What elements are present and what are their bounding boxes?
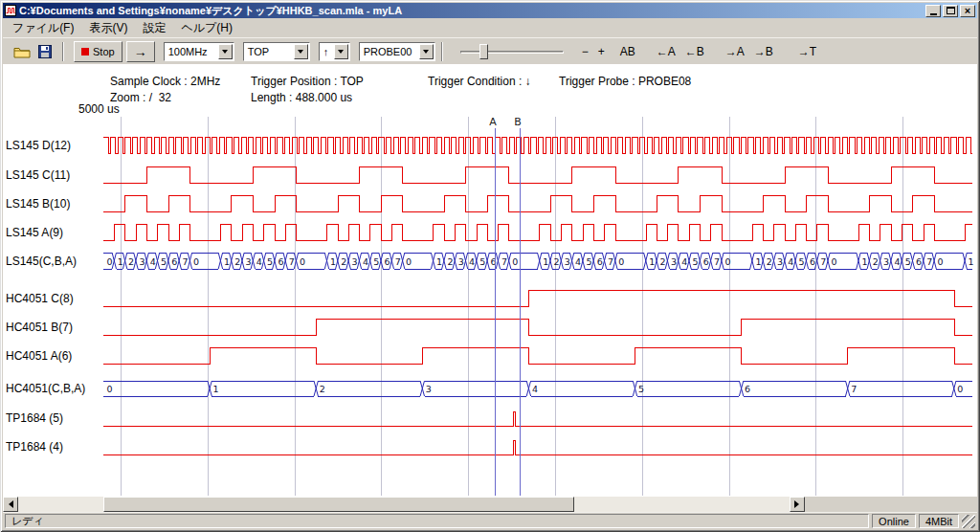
trigger-position-info: Trigger Position : TOP [251, 75, 364, 88]
menu-view[interactable]: 表示(V) [81, 18, 135, 38]
trigger-probe-info: Trigger Probe : PROBE08 [559, 75, 691, 88]
channel-label: LS145 B(10) [6, 196, 70, 211]
trigger-position-combobox[interactable]: TOP [243, 42, 310, 61]
horizontal-scrollbar[interactable] [3, 497, 805, 512]
status-memory: 4MBit [919, 514, 959, 528]
status-bar: レディ Online 4MBit [3, 512, 977, 529]
resize-grip-icon[interactable] [962, 515, 975, 528]
menu-help[interactable]: ヘルプ(H) [173, 18, 240, 38]
stop-icon [81, 48, 89, 55]
zoom-in-button[interactable]: + [593, 41, 610, 62]
scroll-right-button[interactable] [790, 497, 805, 512]
floppy-icon [38, 45, 52, 58]
triangle-down [423, 50, 429, 56]
minimize-icon [930, 13, 937, 15]
ab-cursor-button[interactable]: AB [615, 41, 640, 62]
trigger-probe-value: PROBE00 [360, 46, 419, 57]
close-icon: × [965, 6, 970, 15]
channel-label: HC4051 A(6) [6, 348, 72, 364]
run-button[interactable]: → [126, 41, 155, 62]
triangle-down [298, 50, 303, 56]
channel-label: LS145 A(9) [6, 225, 63, 240]
channel-label: LS145 C(11) [6, 167, 70, 183]
goto-cursor-b-right-button[interactable]: →B [749, 41, 778, 62]
goto-cursor-b-left-button[interactable]: ←B [680, 41, 709, 62]
trigger-edge-combobox[interactable]: ↑ [319, 42, 350, 61]
stop-button-label: Stop [93, 46, 115, 57]
toolbar-separator [441, 42, 443, 61]
time-division-label: 5000 us [78, 102, 120, 116]
triangle-right [794, 500, 803, 508]
channel-label: TP1684 (5) [6, 410, 63, 426]
triangle-left [5, 500, 13, 508]
triangle-down [338, 50, 344, 56]
goto-trigger-button[interactable]: →T [793, 41, 821, 62]
chevron-down-icon[interactable] [218, 44, 233, 59]
close-button[interactable]: × [960, 5, 975, 17]
title-bar[interactable]: C:¥Documents and Settings¥noname¥デスクトップ¥… [3, 3, 977, 18]
goto-cursor-a-right-button[interactable]: →A [721, 41, 749, 62]
status-online: Online [872, 514, 916, 528]
menu-settings[interactable]: 設定 [135, 18, 173, 38]
waveform-panel [3, 64, 977, 497]
window-title: C:¥Documents and Settings¥noname¥デスクトップ¥… [19, 4, 924, 18]
toolbar: Stop → 100MHz TOP ↑ PROBE00 − + AB ←A [3, 37, 977, 64]
scroll-left-button[interactable] [3, 497, 18, 512]
chevron-down-icon[interactable] [419, 44, 434, 59]
channel-label: HC4051(C,B,A) [6, 381, 85, 396]
maximize-button[interactable] [943, 5, 958, 17]
length-info: Length : 488.000 us [251, 91, 352, 104]
channel-label: HC4051 B(7) [6, 320, 73, 335]
app-icon [5, 5, 16, 16]
chevron-down-icon[interactable] [294, 44, 308, 59]
sample-clock-info: Sample Clock : 2MHz [110, 75, 220, 88]
trigger-probe-combobox[interactable]: PROBE00 [359, 42, 435, 61]
channel-label: TP1684 (4) [6, 439, 63, 454]
open-button[interactable] [11, 41, 33, 62]
channel-label: LS145(C,B,A) [6, 254, 77, 269]
zoom-slider-thumb[interactable] [479, 44, 488, 59]
run-arrow-icon: → [134, 44, 147, 59]
maximize-icon [947, 7, 955, 14]
open-folder-icon [13, 45, 31, 58]
zoom-slider[interactable] [458, 41, 566, 62]
save-button[interactable] [33, 41, 56, 62]
zoom-slider-track[interactable] [460, 51, 564, 54]
channel-label: HC4051 C(8) [6, 291, 74, 306]
goto-cursor-a-left-button[interactable]: ←A [652, 41, 680, 62]
trigger-edge-value: ↑ [320, 46, 334, 57]
zoom-out-button[interactable]: − [577, 41, 593, 62]
sample-clock-combobox[interactable]: 100MHz [164, 42, 234, 61]
trigger-condition-info: Trigger Condition : ↓ [428, 75, 531, 88]
minimize-button[interactable] [925, 5, 941, 17]
menu-file[interactable]: ファイル(F) [5, 18, 81, 38]
scrollbar-thumb[interactable] [103, 497, 574, 512]
status-ready: レディ [5, 514, 869, 528]
trigger-position-value: TOP [244, 46, 294, 57]
menu-bar: ファイル(F) 表示(V) 設定 ヘルプ(H) [3, 18, 977, 37]
app-window: C:¥Documents and Settings¥noname¥デスクトップ¥… [0, 0, 980, 532]
sample-clock-value: 100MHz [165, 46, 218, 57]
triangle-down [222, 50, 228, 56]
stop-button[interactable]: Stop [74, 41, 122, 62]
channel-label: LS145 D(12) [6, 138, 71, 153]
toolbar-separator [62, 42, 64, 61]
chevron-down-icon[interactable] [334, 44, 348, 59]
